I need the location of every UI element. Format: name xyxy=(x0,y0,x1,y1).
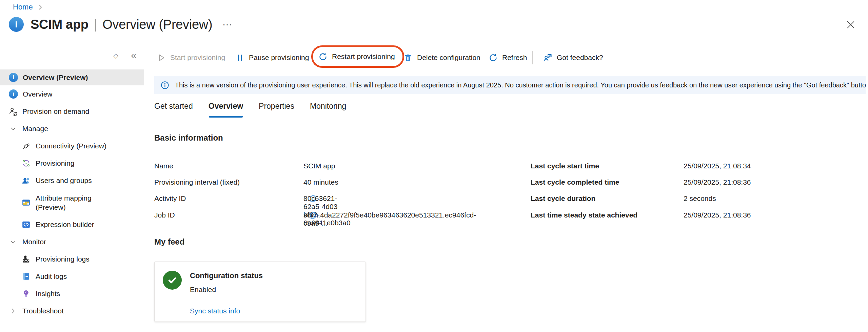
sidebar-item-label: Provisioning logs xyxy=(36,255,90,263)
sidebar-group-label: Monitor xyxy=(22,238,46,246)
delete-configuration-button[interactable]: Delete configuration xyxy=(403,50,480,65)
sidebar-item-overview-preview[interactable]: i Overview (Preview) xyxy=(0,69,144,85)
chevron-right-icon xyxy=(10,308,17,314)
field-label: Activity ID xyxy=(154,194,186,203)
sidebar-item-provision-on-demand[interactable]: Provision on demand xyxy=(0,103,144,120)
connectivity-plug-icon xyxy=(22,142,31,150)
restart-provisioning-button[interactable]: Restart provisioning xyxy=(311,45,404,68)
resize-handle-icon[interactable]: ◇ xyxy=(113,51,118,60)
field-label: Job ID xyxy=(154,211,175,219)
sidebar-item-provisioning-logs[interactable]: Provisioning logs xyxy=(0,250,144,268)
start-provisioning-button[interactable]: Start provisioning xyxy=(157,50,225,65)
collapse-sidebar-icon[interactable]: « xyxy=(131,49,137,61)
toolbar-button-label: Pause provisioning xyxy=(249,54,309,62)
banner-text: This is a new version of the provisionin… xyxy=(175,81,866,89)
my-feed-heading: My feed xyxy=(154,237,184,247)
scim-app-overview-page: Home i SCIM app | Overview (Preview) … ◇… xyxy=(0,0,868,332)
chevron-down-icon xyxy=(10,238,17,245)
field-label: Name xyxy=(154,162,173,170)
sidebar-item-insights[interactable]: Insights xyxy=(0,285,144,302)
title-separator: | xyxy=(94,17,97,32)
sidebar-group-troubleshoot[interactable]: Troubleshoot xyxy=(0,302,144,319)
success-check-icon xyxy=(163,271,182,290)
info-banner: This is a new version of the provisionin… xyxy=(154,76,866,94)
field-value: 40 minutes xyxy=(303,178,338,186)
insights-lightbulb-icon xyxy=(22,289,31,298)
banner-info-icon xyxy=(160,81,170,90)
tab-properties[interactable]: Properties xyxy=(259,102,294,113)
pause-provisioning-button[interactable]: Pause provisioning xyxy=(235,50,309,65)
field-value: scim.4da2272f9f5e40be963463620e513321.ec… xyxy=(303,211,476,227)
sidebar-item-overview[interactable]: i Overview xyxy=(0,85,144,103)
sidebar-group-label: Troubleshoot xyxy=(22,307,64,315)
toolbar-divider xyxy=(532,51,533,64)
sidebar-group-label: Manage xyxy=(22,125,48,133)
app-info-icon: i xyxy=(9,17,24,32)
trash-icon xyxy=(403,53,413,62)
page-title: SCIM app | Overview (Preview) xyxy=(31,17,212,32)
sidebar-item-label: Insights xyxy=(36,290,60,298)
tab-get-started[interactable]: Get started xyxy=(154,102,193,113)
field-value: 25/09/2025, 21:08:34 xyxy=(684,162,751,170)
provision-on-demand-icon xyxy=(9,107,18,116)
toolbar-button-label: Refresh xyxy=(502,54,527,62)
basic-information-heading: Basic information xyxy=(154,133,223,143)
toolbar-button-label: Got feedback? xyxy=(557,54,603,62)
field-value: 25/09/2025, 21:08:36 xyxy=(684,211,751,219)
chevron-down-icon xyxy=(10,125,17,132)
basic-info-row: Name SCIM app Last cycle start time 25/0… xyxy=(0,162,868,174)
field-value: SCIM app xyxy=(303,162,335,170)
breadcrumb: Home xyxy=(13,3,44,12)
basic-info-row: Activity ID 80c63621-62a5-4d03-bf82-6a68… xyxy=(0,194,868,207)
play-icon xyxy=(157,53,166,62)
toolbar-bottom-rule xyxy=(154,67,866,67)
basic-info-row: Provisioning interval (fixed) 40 minutes… xyxy=(0,178,868,190)
page-title-text: Overview (Preview) xyxy=(102,17,212,32)
feedback-icon xyxy=(543,53,552,62)
field-value: 25/09/2025, 21:08:36 xyxy=(684,178,751,186)
pause-icon xyxy=(235,53,244,62)
app-name: SCIM app xyxy=(31,17,88,32)
refresh-icon xyxy=(489,53,498,62)
tab-overview[interactable]: Overview xyxy=(209,102,243,113)
got-feedback-button[interactable]: Got feedback? xyxy=(543,50,603,65)
provisioning-logs-icon xyxy=(22,255,31,264)
status-value: Enabled xyxy=(190,286,216,294)
field-label: Last cycle duration xyxy=(531,194,595,203)
info-icon: i xyxy=(9,73,18,82)
toolbar-button-label: Delete configuration xyxy=(417,54,480,62)
restart-icon xyxy=(318,52,328,61)
info-icon: i xyxy=(9,89,18,99)
sidebar-item-audit-logs[interactable]: Audit logs xyxy=(0,268,144,285)
field-label: Last cycle completed time xyxy=(531,178,619,186)
tab-monitoring[interactable]: Monitoring xyxy=(310,102,346,113)
field-value-group: 80c63621-62a5-4d03-bf82-6a6811e0b3a0 xyxy=(303,194,317,203)
field-value: 2 seconds xyxy=(684,194,716,203)
refresh-button[interactable]: Refresh xyxy=(489,50,527,65)
more-options-icon[interactable]: … xyxy=(222,16,233,28)
field-label: Last cycle start time xyxy=(531,162,599,170)
tab-bar: Get started Overview Properties Monitori… xyxy=(154,102,346,113)
sidebar-item-label: Overview (Preview) xyxy=(23,74,88,82)
basic-info-row: Job ID scim.4da2272f9f5e40be963463620e51… xyxy=(0,211,868,223)
breadcrumb-home-link[interactable]: Home xyxy=(13,3,33,12)
field-label: Last time steady state achieved xyxy=(531,211,637,219)
sidebar-item-label: Connectivity (Preview) xyxy=(36,142,106,150)
close-icon[interactable] xyxy=(846,20,856,30)
sidebar-item-label: Provision on demand xyxy=(22,107,89,116)
chevron-right-icon xyxy=(37,4,44,11)
sidebar-item-label: Audit logs xyxy=(36,272,67,281)
toolbar-button-label: Start provisioning xyxy=(170,54,225,62)
field-value-group: scim.4da2272f9f5e40be963463620e513321.ec… xyxy=(303,211,317,220)
sidebar-group-manage[interactable]: Manage xyxy=(0,120,144,137)
sidebar-group-monitor[interactable]: Monitor xyxy=(0,233,144,250)
page-header: i SCIM app | Overview (Preview) xyxy=(9,17,212,32)
configuration-status-card: Configuration status Enabled Sync status… xyxy=(154,262,366,322)
audit-logs-icon xyxy=(22,272,31,281)
toolbar-button-label: Restart provisioning xyxy=(332,53,395,61)
sidebar-item-connectivity[interactable]: Connectivity (Preview) xyxy=(0,137,144,154)
sync-status-info-link[interactable]: Sync status info xyxy=(190,307,240,315)
sidebar-controls: ◇ « xyxy=(0,49,149,65)
card-title: Configuration status xyxy=(190,271,263,280)
sidebar-item-label: Overview xyxy=(23,90,53,98)
